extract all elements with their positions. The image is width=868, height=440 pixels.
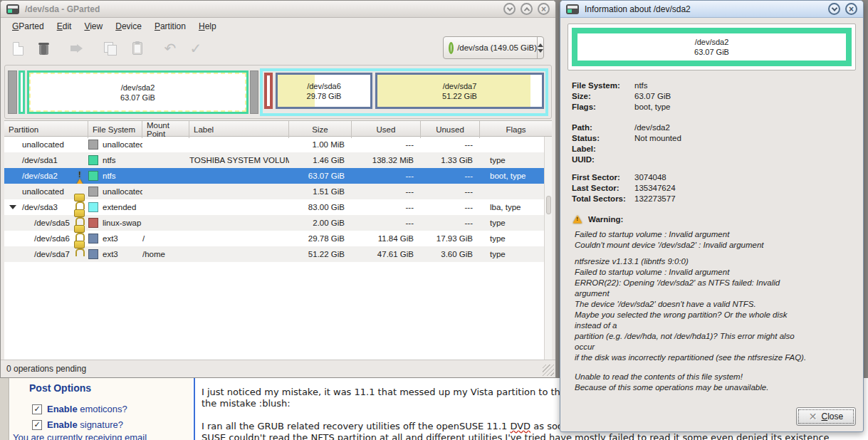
fs-swatch <box>88 140 98 150</box>
rollup-button[interactable] <box>828 3 840 15</box>
undo-button[interactable]: ↶ <box>159 38 182 59</box>
signature-checkbox[interactable]: ✓ <box>32 420 42 430</box>
field-group-sectors: First Sector:3074048 Last Sector:1353476… <box>572 173 849 205</box>
fs-swatch <box>88 171 98 181</box>
field-value: 132273577 <box>634 194 676 205</box>
field-label: First Sector: <box>572 173 634 184</box>
new-document-icon <box>13 42 23 56</box>
fs-swatch <box>88 234 98 243</box>
partition-info-dialog: Information about /dev/sda2 × /dev/sda2 … <box>560 0 864 432</box>
close-dialog-button[interactable]: ✕ Close <box>796 407 856 426</box>
table-row-unallocated-1[interactable]: unallocated unallocated 1.00 MiB --- --- <box>4 137 552 152</box>
warning-icon <box>573 215 582 223</box>
menu-help[interactable]: Help <box>193 20 222 33</box>
apply-button[interactable]: ✓ <box>184 38 207 59</box>
paste-button[interactable] <box>126 38 149 59</box>
spellcheck-word: DVD <box>510 421 530 431</box>
field-value: boot, type <box>634 103 671 113</box>
dialog-title: Information about /dev/sda2 <box>585 4 691 14</box>
field-label: Status: <box>572 134 634 145</box>
field-value: 63.07 GiB <box>634 92 671 103</box>
table-row-unallocated-2[interactable]: unallocated unallocated 1.51 GiB --- --- <box>4 184 552 199</box>
field-value: 135347624 <box>634 184 676 194</box>
gparted-window: /dev/sda - GParted × GParted Edit View D… <box>0 0 556 378</box>
dialog-close-button[interactable]: × <box>845 3 857 15</box>
visual-segment-extended[interactable]: /dev/sda629.78 GiB /dev/sda751.22 GiB <box>260 68 548 116</box>
minimize-button[interactable] <box>503 3 516 15</box>
visual-segment-sda2-selected[interactable]: /dev/sda263.07 GiB <box>27 70 249 114</box>
dialog-titlebar: Information about /dev/sda2 × <box>560 1 863 18</box>
header-partition[interactable]: Partition <box>4 121 88 138</box>
post-text-line: SUSE couldn't read the NFTS partition at… <box>202 432 830 440</box>
segment-size: 29.78 GiB <box>307 91 342 101</box>
segment-size: 63.07 GiB <box>120 93 155 103</box>
visual-segment-sda5-swap[interactable] <box>264 73 273 109</box>
gparted-titlebar: /dev/sda - GParted × <box>1 1 555 18</box>
resize-arrow-icon <box>70 44 85 53</box>
menubar: GParted Edit View Device Partition Help <box>1 19 222 33</box>
field-label: File System: <box>572 81 634 92</box>
resize-grip[interactable] <box>543 365 554 376</box>
field-label: Label: <box>572 145 634 155</box>
fs-swatch <box>88 218 98 228</box>
header-label[interactable]: Label <box>189 121 289 138</box>
warning-header: Warning: <box>572 214 623 224</box>
delete-partition-button[interactable] <box>32 38 55 59</box>
paste-icon <box>132 42 142 55</box>
gparted-app-icon <box>566 4 579 14</box>
menu-gparted[interactable]: GParted <box>6 20 50 33</box>
emoticons-label: Enable emoticons? <box>47 404 127 414</box>
menu-device[interactable]: Device <box>110 20 147 33</box>
table-row-sda1[interactable]: /dev/sda1 ntfs TOSHIBA SYSTEM VOLUME 1.4… <box>4 152 552 168</box>
field-label: Path: <box>572 123 634 134</box>
copy-icon <box>104 42 117 55</box>
resize-move-button[interactable] <box>66 38 89 59</box>
visual-segment-unallocated[interactable] <box>250 70 258 114</box>
maximize-button[interactable] <box>521 3 533 15</box>
header-unused[interactable]: Unused <box>421 121 480 138</box>
field-group-filesystem: File System:ntfs Size:63.07 GiB Flags:bo… <box>572 81 849 113</box>
enable-signature-row: ✓ Enable signature? <box>32 419 123 430</box>
device-selector-label: /dev/sda (149.05 GiB) <box>457 43 537 52</box>
segment-name: /dev/sda2 <box>121 83 155 93</box>
post-text-line: I just noticed my mistake, it was 11.1 t… <box>202 387 575 397</box>
field-value: Not mounted <box>634 134 681 145</box>
table-row-sda5[interactable]: /dev/sda5 linux-swap 2.00 GiB --- --- ty… <box>4 215 552 231</box>
new-partition-button[interactable] <box>6 38 29 59</box>
receiving-email-link[interactable]: You are currently receiving email <box>13 432 147 440</box>
close-x-icon: ✕ <box>809 411 817 422</box>
enable-emoticons-row: ✓ Enable emoticons? <box>32 404 127 414</box>
close-icon: × <box>541 5 546 14</box>
menu-view[interactable]: View <box>78 20 108 33</box>
device-spinner[interactable] <box>537 37 543 58</box>
segment-name: /dev/sda6 <box>307 81 341 91</box>
visual-segment-sda1[interactable] <box>19 70 25 114</box>
scrollbar-handle[interactable] <box>546 196 551 214</box>
post-text-line: I ran all the GRUB related recovery util… <box>202 421 569 431</box>
close-button[interactable]: × <box>538 3 550 15</box>
header-flags[interactable]: Flags <box>480 121 552 138</box>
close-button-label: Close <box>822 412 844 421</box>
visual-segment-sda7[interactable]: /dev/sda751.22 GiB <box>375 73 544 109</box>
table-row-sda7[interactable]: /dev/sda7 ext3 /home 51.22 GiB 47.61 GiB… <box>4 246 552 262</box>
emoticons-checkbox[interactable]: ✓ <box>32 404 42 414</box>
header-size[interactable]: Size <box>289 121 352 138</box>
table-scrollbar[interactable] <box>544 137 552 360</box>
header-mountpoint[interactable]: Mount Point <box>142 121 189 138</box>
chevron-up-icon <box>523 7 529 13</box>
table-row-sda6[interactable]: /dev/sda6 ext3 / 29.78 GiB 11.84 GiB 17.… <box>4 231 552 246</box>
fs-swatch <box>88 202 98 212</box>
header-filesystem[interactable]: File System <box>88 121 142 138</box>
table-row-sda3[interactable]: /dev/sda3 extended 83.00 GiB --- --- lba… <box>4 199 552 215</box>
header-used[interactable]: Used <box>352 121 421 138</box>
visual-segment-sda6[interactable]: /dev/sda629.78 GiB <box>276 73 372 109</box>
copy-button[interactable] <box>99 38 122 59</box>
table-row-sda2-selected[interactable]: /dev/sda2 ntfs 63.07 GiB --- --- boot, t… <box>4 168 552 184</box>
field-group-path: Path:/dev/sda2 Status:Not mounted Label:… <box>572 123 849 166</box>
menu-partition[interactable]: Partition <box>149 20 192 33</box>
device-selector[interactable]: /dev/sda (149.05 GiB) <box>443 36 544 59</box>
warning-text: Unable to read the contents of this file… <box>575 372 857 393</box>
visual-segment-unallocated[interactable] <box>8 70 17 114</box>
fs-swatch <box>88 249 98 259</box>
menu-edit[interactable]: Edit <box>51 20 78 33</box>
